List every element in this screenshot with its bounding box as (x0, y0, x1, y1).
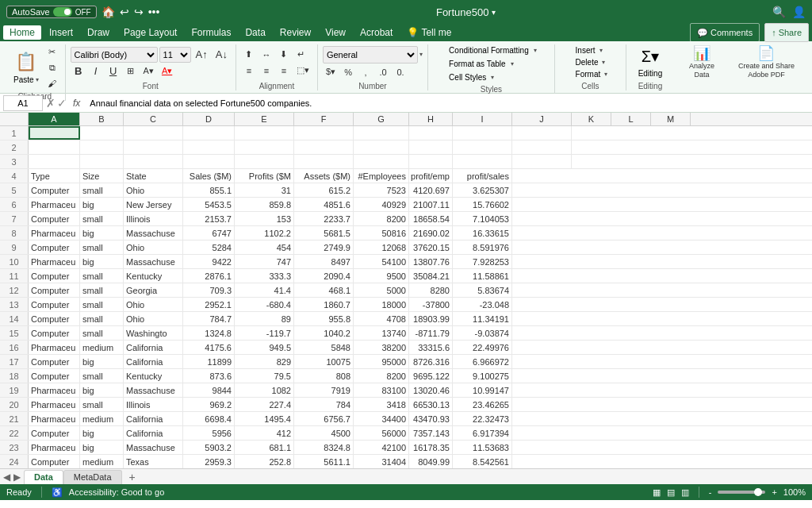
format-as-table-button[interactable]: Format as Table (446, 58, 509, 70)
cell-I7[interactable]: 7.104053 (453, 212, 512, 225)
autosave-badge[interactable]: AutoSave OFF (6, 6, 97, 18)
cell-I19[interactable]: 10.99147 (453, 383, 512, 397)
cell-F15[interactable]: 1040.2 (294, 326, 354, 340)
cell-D11[interactable]: 2876.1 (183, 269, 235, 283)
cell-A14[interactable]: Computer (29, 312, 80, 325)
cell-F1[interactable] (294, 126, 354, 140)
cell-C16[interactable]: California (124, 341, 183, 354)
cell-D19[interactable]: 9844 (183, 383, 235, 397)
menu-data[interactable]: Data (239, 25, 271, 40)
cell-E23[interactable]: 681.1 (235, 441, 294, 454)
cell-H13[interactable]: -37800 (409, 298, 453, 311)
cell-I9[interactable]: 8.591976 (453, 241, 512, 254)
cell-A3[interactable] (29, 155, 80, 168)
col-header-I[interactable]: I (453, 113, 512, 125)
cell-H4[interactable]: profit/emp (409, 169, 453, 183)
cell-G3[interactable] (354, 155, 409, 168)
cell-H11[interactable]: 35084.21 (409, 269, 453, 283)
cell-F13[interactable]: 1860.7 (294, 298, 354, 311)
cell-F5[interactable]: 615.2 (294, 183, 354, 197)
cell-D8[interactable]: 6747 (183, 226, 235, 240)
cell-E11[interactable]: 333.3 (235, 269, 294, 283)
add-sheet-button[interactable]: + (125, 470, 140, 484)
cell-I6[interactable]: 15.76602 (453, 198, 512, 211)
cell-A6[interactable]: Pharmaceu (29, 198, 80, 211)
cell-B6[interactable]: big (80, 198, 124, 211)
cell-E22[interactable]: 412 (235, 426, 294, 440)
align-top-icon[interactable]: ⬆ (241, 48, 257, 62)
more-icon[interactable]: ••• (148, 6, 160, 18)
increase-font-icon[interactable]: A↑ (193, 48, 211, 62)
cell-G13[interactable]: 18000 (354, 298, 409, 311)
cell-H12[interactable]: 8280 (409, 283, 453, 297)
cell-H10[interactable]: 13807.76 (409, 255, 453, 268)
cell-H21[interactable]: 43470.93 (409, 412, 453, 425)
cell-A23[interactable]: Pharmaceu (29, 441, 80, 454)
cell-F9[interactable]: 2749.9 (294, 241, 354, 254)
cell-E15[interactable]: -119.7 (235, 326, 294, 340)
cell-G8[interactable]: 50816 (354, 226, 409, 240)
cell-A19[interactable]: Pharmaceu (29, 383, 80, 397)
menu-page-layout[interactable]: Page Layout (117, 25, 183, 40)
cell-F20[interactable]: 784 (294, 398, 354, 411)
cell-D9[interactable]: 5284 (183, 241, 235, 254)
cell-C1[interactable] (124, 126, 183, 140)
cell-I20[interactable]: 23.46265 (453, 398, 512, 411)
cell-D23[interactable]: 5903.2 (183, 441, 235, 454)
cell-E2[interactable] (235, 140, 294, 154)
cell-D13[interactable]: 2952.1 (183, 298, 235, 311)
cell-G14[interactable]: 4708 (354, 312, 409, 325)
cell-F4[interactable]: Assets ($M) (294, 169, 354, 183)
cell-C4[interactable]: State (124, 169, 183, 183)
cell-I5[interactable]: 3.625307 (453, 183, 512, 197)
profile-icon[interactable]: 👤 (792, 6, 806, 18)
cell-I23[interactable]: 11.53683 (453, 441, 512, 454)
col-header-D[interactable]: D (183, 113, 235, 125)
cell-A18[interactable]: Computer (29, 369, 80, 383)
cell-H17[interactable]: 8726.316 (409, 355, 453, 368)
cell-F23[interactable]: 8324.8 (294, 441, 354, 454)
normal-view-button[interactable]: ▦ (653, 487, 661, 498)
forward-icon[interactable]: ↪ (134, 6, 144, 18)
cell-F24[interactable]: 5611.1 (294, 455, 354, 468)
cell-F22[interactable]: 4500 (294, 426, 354, 440)
cell-D21[interactable]: 6698.4 (183, 412, 235, 425)
cell-F3[interactable] (294, 155, 354, 168)
cell-C19[interactable]: Massachuse (124, 383, 183, 397)
font-size-select[interactable]: 11 (159, 47, 191, 63)
cell-B7[interactable]: small (80, 212, 124, 225)
cell-F14[interactable]: 955.8 (294, 312, 354, 325)
col-header-L[interactable]: L (611, 113, 651, 125)
cell-A2[interactable] (29, 140, 80, 154)
cell-I24[interactable]: 8.542561 (453, 455, 512, 468)
zoom-slider[interactable] (718, 491, 765, 494)
cell-E18[interactable]: 79.5 (235, 369, 294, 383)
cell-G11[interactable]: 9500 (354, 269, 409, 283)
cell-G24[interactable]: 31404 (354, 455, 409, 468)
cell-C12[interactable]: Georgia (124, 283, 183, 297)
cell-D1[interactable] (183, 126, 235, 140)
cell-B14[interactable]: small (80, 312, 124, 325)
align-right-icon[interactable]: ≡ (276, 64, 292, 78)
menu-acrobat[interactable]: Acrobat (354, 25, 399, 40)
cell-A13[interactable]: Computer (29, 298, 80, 311)
cell-B22[interactable]: big (80, 426, 124, 440)
cell-E4[interactable]: Profits ($M (235, 169, 294, 183)
cell-D12[interactable]: 709.3 (183, 283, 235, 297)
cell-I21[interactable]: 22.32473 (453, 412, 512, 425)
cell-B23[interactable]: big (80, 441, 124, 454)
cell-I8[interactable]: 16.33615 (453, 226, 512, 240)
cell-B21[interactable]: medium (80, 412, 124, 425)
cell-A7[interactable]: Computer (29, 212, 80, 225)
cell-F12[interactable]: 468.1 (294, 283, 354, 297)
cell-B8[interactable]: big (80, 226, 124, 240)
cell-D10[interactable]: 9422 (183, 255, 235, 268)
cell-A24[interactable]: Computer (29, 455, 80, 468)
cell-B16[interactable]: medium (80, 341, 124, 354)
align-left-icon[interactable]: ≡ (241, 64, 257, 78)
cell-I4[interactable]: profit/sales (453, 169, 512, 183)
cell-C6[interactable]: New Jersey (124, 198, 183, 211)
cell-C5[interactable]: Ohio (124, 183, 183, 197)
cell-C23[interactable]: Massachuse (124, 441, 183, 454)
share-button[interactable]: ↑ Share (764, 23, 809, 42)
